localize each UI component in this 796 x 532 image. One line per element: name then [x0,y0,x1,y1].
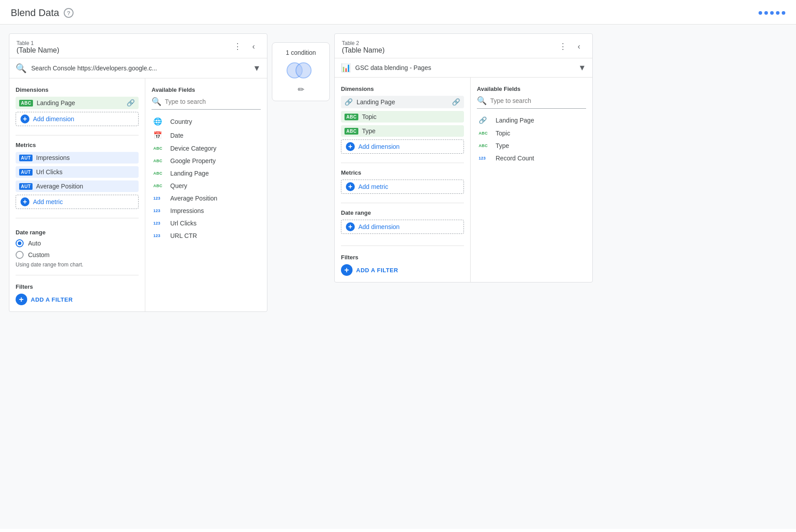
dots-indicator [759,11,785,15]
field2-type-abc-2: ABC [479,143,491,148]
table1-datasource[interactable]: 🔍 Search Console https://developers.goog… [9,58,267,78]
table1-add-dimension-btn[interactable]: + Add dimension [16,112,139,126]
field2-type[interactable]: ABC Type [477,140,586,151]
table2-body: Dimensions 🔗 Landing Page 🔗 ABC Topic AB… [335,78,592,282]
table1-avail-fields-title: Available Fields [152,86,261,93]
datasource2-chevron: ▼ [578,63,586,73]
table2-datasource[interactable]: 📊 GSC data blending - Pages ▼ [335,58,592,78]
table2-date-title: Date range [341,209,464,216]
field-name-device: Device Category [170,145,217,152]
table1-header: Table 1 (Table Name) ⋮ ‹ [9,34,267,58]
add-metric-label: Add metric [33,198,63,205]
table1-add-metric-btn[interactable]: + Add metric [16,195,139,209]
radio-auto[interactable]: Auto [16,239,139,247]
field-type-123-1: 123 [153,196,166,201]
table2-label: Table 2 [342,40,385,46]
join-box: 1 condition ✏ [272,42,330,101]
add-date2-circle: + [346,222,355,231]
field2-type-link: 🔗 [479,116,491,124]
field-type-abc-4: ABC [153,184,166,188]
table2-panel: Table 2 (Table Name) ⋮ ‹ 📊 GSC data blen… [334,33,593,282]
dim-chip-landingpage: ABC Landing Page 🔗 [16,97,139,109]
field-type-abc-1: ABC [153,146,166,151]
table2-avail-fields-title: Available Fields [477,86,586,92]
field-impressions[interactable]: 123 Impressions [152,205,261,217]
field-name-urlctr: URL CTR [170,232,197,239]
field2-type-abc-1: ABC [479,131,491,135]
table1-label: Table 1 [16,40,59,46]
aut-badge-3: AUT [19,183,33,190]
table2-right-col: Available Fields 🔍 🔗 Landing Page ABC To… [471,78,592,282]
field2-type-123: 123 [479,156,491,160]
top-bar: Blend Data ? [0,0,796,25]
main-content: Table 1 (Table Name) ⋮ ‹ 🔍 Search Consol… [0,25,796,529]
add-filter-label2: ADD A FILTER [356,267,398,274]
add-dim2-label: Add dimension [358,143,400,150]
dim2-text-topic: Topic [362,113,460,120]
table2-add-metric-btn[interactable]: + Add metric [341,180,464,194]
field-country[interactable]: 🌐 Country [152,115,261,128]
field2-name-lpage: Landing Page [496,117,534,124]
add-date2-label: Add dimension [358,223,400,230]
help-icon[interactable]: ? [64,8,74,18]
table1-filters: Filters + ADD A FILTER [16,275,139,305]
field-name-country: Country [170,118,192,125]
table1-left-col: Dimensions ABC Landing Page 🔗 + Add dime… [9,78,145,311]
table1-add-filter-btn[interactable]: + ADD A FILTER [16,294,73,305]
radio-custom[interactable]: Custom [16,251,139,259]
field-type-123-3: 123 [153,221,166,225]
field-type-123-4: 123 [153,233,166,238]
radio-custom-outer [16,251,24,259]
field2-name-type: Type [496,142,509,149]
field2-topic[interactable]: ABC Topic [477,127,586,139]
metric-urlclicks: AUT Url Clicks [16,166,139,178]
table2-filters-title: Filters [341,254,464,261]
table2-more-btn[interactable]: ⋮ [557,40,569,53]
add-filter-label1: ADD A FILTER [31,296,73,303]
field-name-urlclicks: Url Clicks [170,220,197,227]
aut-badge-1: AUT [19,155,33,161]
field-google-property[interactable]: ABC Google Property [152,155,261,167]
field-landing-page[interactable]: ABC Landing Page [152,168,261,179]
table2-name: (Table Name) [342,46,385,54]
table1-collapse-btn[interactable]: ‹ [247,40,260,53]
table2-search-input[interactable] [490,97,586,104]
table2-collapse-btn[interactable]: ‹ [573,40,585,53]
table2-left-col: Dimensions 🔗 Landing Page 🔗 ABC Topic AB… [335,78,471,282]
join-edit-btn[interactable]: ✏ [298,85,304,94]
field-type-abc-3: ABC [153,171,166,176]
field-date[interactable]: 📅 Date [152,129,261,142]
field-avg-position[interactable]: 123 Average Position [152,192,261,204]
table1-search-input[interactable] [165,98,261,105]
table1-more-btn[interactable]: ⋮ [231,40,244,53]
field2-record-count[interactable]: 123 Record Count [477,152,586,164]
abc-badge: ABC [19,100,33,106]
field-url-clicks[interactable]: 123 Url Clicks [152,217,261,229]
dim2-type: ABC Type [341,125,464,137]
table2-search-icon: 🔍 [477,96,487,106]
table1-dimensions-title: Dimensions [16,86,139,93]
datasource1-chevron: ▼ [253,64,261,73]
table1-panel: Table 1 (Table Name) ⋮ ‹ 🔍 Search Consol… [9,33,267,312]
table1-search-box: 🔍 [152,97,261,110]
table2-metrics-title: Metrics [341,169,464,176]
add-metric-circle: + [21,197,29,206]
datasource1-name: Search Console https://developers.google… [31,65,248,72]
dim2-landingpage: 🔗 Landing Page 🔗 [341,96,464,108]
table2-add-filter-btn[interactable]: + ADD A FILTER [341,264,398,276]
table1-date-range: Date range Auto Custom Usi [16,227,139,268]
field-query[interactable]: ABC Query [152,180,261,192]
aut-badge-2: AUT [19,169,33,176]
venn-diagram [287,61,315,79]
field-url-ctr[interactable]: 123 URL CTR [152,230,261,241]
field2-landing-page[interactable]: 🔗 Landing Page [477,114,586,127]
dim2-text-type: Type [362,127,460,135]
metric-text-impressions: Impressions [36,154,135,161]
datasource2-name: GSC data blending - Pages [355,64,574,71]
field-name-date: Date [170,132,184,139]
field-device-category[interactable]: ABC Device Category [152,143,261,154]
table2-add-date-btn[interactable]: + Add dimension [341,220,464,234]
table2-add-dimension-btn[interactable]: + Add dimension [341,139,464,154]
radio-auto-label: Auto [28,240,41,247]
add-dim2-circle: + [346,142,355,151]
